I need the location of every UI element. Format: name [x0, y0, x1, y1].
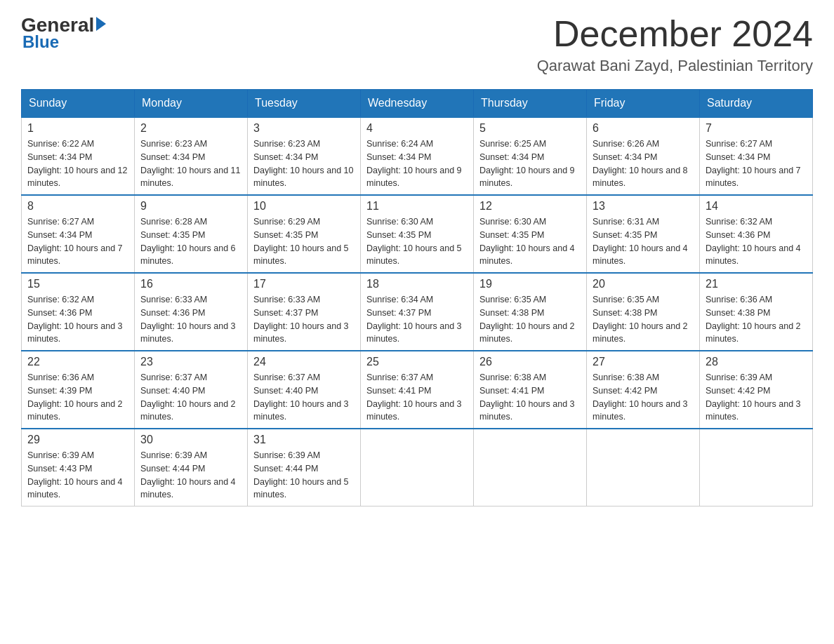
calendar-day-cell: 27Sunrise: 6:38 AMSunset: 4:42 PMDayligh… — [587, 351, 700, 429]
day-info: Sunrise: 6:35 AMSunset: 4:38 PMDaylight:… — [593, 293, 694, 346]
calendar-table: SundayMondayTuesdayWednesdayThursdayFrid… — [21, 89, 813, 507]
day-number: 7 — [706, 122, 807, 135]
page-header: General Blue December 2024 Qarawat Bani … — [21, 14, 813, 75]
day-info: Sunrise: 6:36 AMSunset: 4:38 PMDaylight:… — [706, 293, 807, 346]
day-number: 16 — [140, 278, 241, 290]
calendar-day-cell: 1Sunrise: 6:22 AMSunset: 4:34 PMDaylight… — [22, 117, 135, 195]
calendar-day-cell: 19Sunrise: 6:35 AMSunset: 4:38 PMDayligh… — [474, 273, 587, 351]
day-info: Sunrise: 6:32 AMSunset: 4:36 PMDaylight:… — [706, 215, 807, 268]
day-info: Sunrise: 6:22 AMSunset: 4:34 PMDaylight:… — [27, 137, 128, 190]
day-info: Sunrise: 6:28 AMSunset: 4:35 PMDaylight:… — [140, 215, 241, 268]
calendar-day-cell: 21Sunrise: 6:36 AMSunset: 4:38 PMDayligh… — [700, 273, 813, 351]
calendar-day-cell: 26Sunrise: 6:38 AMSunset: 4:41 PMDayligh… — [474, 351, 587, 429]
calendar-day-cell: 14Sunrise: 6:32 AMSunset: 4:36 PMDayligh… — [700, 195, 813, 273]
day-info: Sunrise: 6:38 AMSunset: 4:41 PMDaylight:… — [479, 371, 581, 424]
calendar-day-cell: 6Sunrise: 6:26 AMSunset: 4:34 PMDaylight… — [587, 117, 700, 195]
day-number: 11 — [366, 200, 468, 213]
day-info: Sunrise: 6:37 AMSunset: 4:40 PMDaylight:… — [140, 371, 241, 424]
day-number: 23 — [140, 356, 241, 368]
day-number: 22 — [27, 356, 128, 368]
calendar-day-cell — [361, 429, 474, 507]
calendar-week-row: 1Sunrise: 6:22 AMSunset: 4:34 PMDaylight… — [22, 117, 813, 195]
day-number: 8 — [27, 200, 128, 213]
day-info: Sunrise: 6:35 AMSunset: 4:38 PMDaylight:… — [479, 293, 581, 346]
calendar-day-header: Tuesday — [248, 90, 361, 118]
calendar-day-cell: 24Sunrise: 6:37 AMSunset: 4:40 PMDayligh… — [248, 351, 361, 429]
calendar-week-row: 22Sunrise: 6:36 AMSunset: 4:39 PMDayligh… — [22, 351, 813, 429]
day-number: 26 — [479, 356, 581, 368]
calendar-day-header: Thursday — [474, 90, 587, 118]
day-number: 19 — [479, 278, 581, 290]
day-info: Sunrise: 6:31 AMSunset: 4:35 PMDaylight:… — [593, 215, 694, 268]
calendar-day-cell: 16Sunrise: 6:33 AMSunset: 4:36 PMDayligh… — [135, 273, 248, 351]
calendar-week-row: 29Sunrise: 6:39 AMSunset: 4:43 PMDayligh… — [22, 429, 813, 507]
day-info: Sunrise: 6:33 AMSunset: 4:36 PMDaylight:… — [140, 293, 241, 346]
day-number: 24 — [253, 356, 355, 368]
day-info: Sunrise: 6:26 AMSunset: 4:34 PMDaylight:… — [593, 137, 694, 190]
location-title: Qarawat Bani Zayd, Palestinian Territory — [537, 57, 813, 75]
day-info: Sunrise: 6:27 AMSunset: 4:34 PMDaylight:… — [27, 215, 128, 268]
day-info: Sunrise: 6:37 AMSunset: 4:41 PMDaylight:… — [366, 371, 468, 424]
calendar-day-cell: 5Sunrise: 6:25 AMSunset: 4:34 PMDaylight… — [474, 117, 587, 195]
day-number: 29 — [27, 434, 128, 446]
day-info: Sunrise: 6:27 AMSunset: 4:34 PMDaylight:… — [706, 137, 807, 190]
calendar-day-cell: 31Sunrise: 6:39 AMSunset: 4:44 PMDayligh… — [248, 429, 361, 507]
calendar-day-header: Wednesday — [361, 90, 474, 118]
logo-blue-text: Blue — [22, 32, 59, 52]
calendar-day-cell: 23Sunrise: 6:37 AMSunset: 4:40 PMDayligh… — [135, 351, 248, 429]
day-number: 21 — [706, 278, 807, 290]
day-info: Sunrise: 6:25 AMSunset: 4:34 PMDaylight:… — [479, 137, 581, 190]
day-info: Sunrise: 6:30 AMSunset: 4:35 PMDaylight:… — [366, 215, 468, 268]
day-number: 10 — [253, 200, 355, 213]
day-number: 5 — [479, 122, 581, 135]
day-number: 13 — [593, 200, 694, 213]
day-number: 4 — [366, 122, 468, 135]
day-info: Sunrise: 6:23 AMSunset: 4:34 PMDaylight:… — [140, 137, 241, 190]
calendar-week-row: 15Sunrise: 6:32 AMSunset: 4:36 PMDayligh… — [22, 273, 813, 351]
calendar-day-cell — [700, 429, 813, 507]
calendar-day-cell: 4Sunrise: 6:24 AMSunset: 4:34 PMDaylight… — [361, 117, 474, 195]
day-info: Sunrise: 6:34 AMSunset: 4:37 PMDaylight:… — [366, 293, 468, 346]
day-number: 12 — [479, 200, 581, 213]
calendar-day-cell: 25Sunrise: 6:37 AMSunset: 4:41 PMDayligh… — [361, 351, 474, 429]
day-number: 1 — [27, 122, 128, 135]
calendar-day-cell: 22Sunrise: 6:36 AMSunset: 4:39 PMDayligh… — [22, 351, 135, 429]
calendar-header-row: SundayMondayTuesdayWednesdayThursdayFrid… — [22, 90, 813, 118]
day-number: 14 — [706, 200, 807, 213]
calendar-day-cell: 28Sunrise: 6:39 AMSunset: 4:42 PMDayligh… — [700, 351, 813, 429]
day-info: Sunrise: 6:24 AMSunset: 4:34 PMDaylight:… — [366, 137, 468, 190]
calendar-day-cell: 11Sunrise: 6:30 AMSunset: 4:35 PMDayligh… — [361, 195, 474, 273]
calendar-day-cell: 7Sunrise: 6:27 AMSunset: 4:34 PMDaylight… — [700, 117, 813, 195]
day-number: 6 — [593, 122, 694, 135]
day-info: Sunrise: 6:39 AMSunset: 4:43 PMDaylight:… — [27, 449, 128, 502]
title-area: December 2024 Qarawat Bani Zayd, Palesti… — [537, 14, 813, 75]
calendar-day-cell — [587, 429, 700, 507]
day-number: 3 — [253, 122, 355, 135]
day-info: Sunrise: 6:38 AMSunset: 4:42 PMDaylight:… — [593, 371, 694, 424]
day-info: Sunrise: 6:39 AMSunset: 4:42 PMDaylight:… — [706, 371, 807, 424]
day-number: 20 — [593, 278, 694, 290]
calendar-day-cell: 10Sunrise: 6:29 AMSunset: 4:35 PMDayligh… — [248, 195, 361, 273]
day-info: Sunrise: 6:37 AMSunset: 4:40 PMDaylight:… — [253, 371, 355, 424]
day-number: 30 — [140, 434, 241, 446]
day-info: Sunrise: 6:29 AMSunset: 4:35 PMDaylight:… — [253, 215, 355, 268]
calendar-day-cell: 20Sunrise: 6:35 AMSunset: 4:38 PMDayligh… — [587, 273, 700, 351]
logo-triangle-icon — [96, 17, 106, 31]
calendar-day-cell: 29Sunrise: 6:39 AMSunset: 4:43 PMDayligh… — [22, 429, 135, 507]
day-number: 25 — [366, 356, 468, 368]
day-info: Sunrise: 6:39 AMSunset: 4:44 PMDaylight:… — [253, 449, 355, 502]
day-number: 15 — [27, 278, 128, 290]
calendar-day-cell: 17Sunrise: 6:33 AMSunset: 4:37 PMDayligh… — [248, 273, 361, 351]
day-number: 2 — [140, 122, 241, 135]
day-info: Sunrise: 6:23 AMSunset: 4:34 PMDaylight:… — [253, 137, 355, 190]
day-number: 28 — [706, 356, 807, 368]
calendar-day-header: Monday — [135, 90, 248, 118]
calendar-day-cell: 15Sunrise: 6:32 AMSunset: 4:36 PMDayligh… — [22, 273, 135, 351]
day-number: 27 — [593, 356, 694, 368]
calendar-day-cell: 3Sunrise: 6:23 AMSunset: 4:34 PMDaylight… — [248, 117, 361, 195]
day-number: 18 — [366, 278, 468, 290]
day-info: Sunrise: 6:30 AMSunset: 4:35 PMDaylight:… — [479, 215, 581, 268]
calendar-day-cell: 30Sunrise: 6:39 AMSunset: 4:44 PMDayligh… — [135, 429, 248, 507]
calendar-week-row: 8Sunrise: 6:27 AMSunset: 4:34 PMDaylight… — [22, 195, 813, 273]
calendar-day-cell: 2Sunrise: 6:23 AMSunset: 4:34 PMDaylight… — [135, 117, 248, 195]
